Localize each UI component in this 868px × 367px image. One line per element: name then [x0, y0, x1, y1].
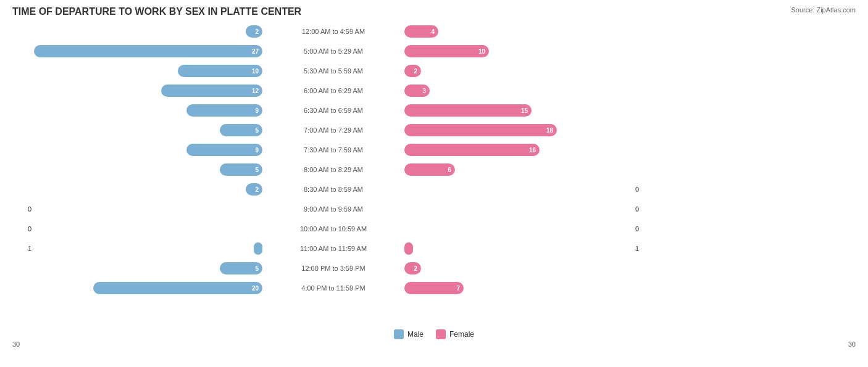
male-bar-area: 2 [34, 25, 262, 38]
male-bar: 10 [178, 65, 262, 77]
time-range-label: 11:00 AM to 11:59 AM [262, 245, 404, 252]
time-range-label: 6:30 AM to 6:59 AM [262, 107, 404, 114]
male-bar-area [34, 223, 262, 235]
time-range-label: 7:30 AM to 7:59 AM [262, 146, 404, 154]
chart-area: 212:00 AM to 4:59 AM4275:00 AM to 5:29 A… [12, 22, 856, 324]
time-range-label: 12:00 AM to 4:59 AM [262, 28, 404, 35]
male-bar [254, 242, 262, 255]
axis-left-min: 30 [12, 340, 20, 348]
time-range-label: 8:30 AM to 8:59 AM [262, 186, 404, 193]
female-bar [404, 242, 413, 255]
male-value-label: 0 [12, 225, 34, 233]
male-bar: 2 [246, 183, 262, 196]
time-range-label: 6:00 AM to 6:29 AM [262, 87, 404, 94]
male-bar: 27 [34, 45, 262, 57]
bar-row: 09:00 AM to 9:59 AM0 [12, 200, 856, 218]
time-range-label: 5:00 AM to 5:29 AM [262, 47, 404, 55]
female-bar-area: 2 [404, 65, 633, 77]
female-bar-area [404, 242, 633, 255]
male-bar-area: 2 [34, 183, 262, 196]
bar-row: 57:00 AM to 7:29 AM18 [12, 121, 856, 139]
female-bar: 6 [404, 163, 455, 176]
male-bar: 9 [186, 144, 262, 156]
female-value-label: 1 [633, 245, 654, 252]
male-bar: 20 [93, 282, 262, 294]
male-bar: 12 [161, 85, 262, 97]
bar-row: 58:00 AM to 8:29 AM6 [12, 160, 856, 179]
male-value-label: 0 [12, 205, 34, 213]
male-bar-area: 9 [34, 104, 262, 117]
female-bar-area: 4 [404, 25, 633, 38]
bar-row: 126:00 AM to 6:29 AM3 [12, 81, 856, 100]
female-bar: 10 [404, 45, 489, 57]
female-legend-box [436, 329, 446, 339]
male-bar-area [34, 203, 262, 215]
bar-row: 204:00 PM to 11:59 PM7 [12, 279, 856, 297]
male-bar-area: 9 [34, 144, 262, 156]
time-range-label: 10:00 AM to 10:59 AM [262, 225, 404, 233]
female-bar: 18 [404, 124, 557, 136]
chart-container: TIME OF DEPARTURE TO WORK BY SEX IN PLAT… [0, 0, 868, 367]
female-bar-area: 7 [404, 282, 633, 294]
male-bar-area: 5 [34, 163, 262, 176]
male-bar: 5 [220, 262, 262, 274]
male-legend-label: Male [407, 330, 424, 339]
legend-female: Female [436, 329, 474, 339]
female-bar: 7 [404, 282, 464, 294]
female-bar-area: 18 [404, 124, 633, 136]
male-legend-box [394, 329, 404, 339]
male-bar-area: 5 [34, 262, 262, 274]
time-range-label: 7:00 AM to 7:29 AM [262, 126, 404, 134]
bar-row: 96:30 AM to 6:59 AM15 [12, 101, 856, 120]
male-bar-area: 27 [34, 45, 262, 57]
female-bar: 16 [404, 144, 540, 156]
male-bar-area: 12 [34, 85, 262, 97]
bar-row: 010:00 AM to 10:59 AM0 [12, 220, 856, 238]
female-value-label: 0 [633, 225, 654, 233]
male-bar-area [34, 242, 262, 255]
bar-row: 212:00 AM to 4:59 AM4 [12, 22, 856, 41]
male-value-label: 1 [12, 245, 34, 252]
time-range-label: 12:00 PM to 3:59 PM [262, 265, 404, 272]
bar-row: 275:00 AM to 5:29 AM10 [12, 42, 856, 60]
female-value-label: 0 [633, 205, 654, 213]
time-range-label: 8:00 AM to 8:29 AM [262, 166, 404, 173]
male-bar: 9 [186, 104, 262, 117]
female-bar: 3 [404, 85, 430, 97]
female-bar-area: 6 [404, 163, 633, 176]
bar-row: 28:30 AM to 8:59 AM0 [12, 180, 856, 199]
time-range-label: 5:30 AM to 5:59 AM [262, 67, 404, 75]
female-bar-area: 16 [404, 144, 633, 156]
source-text: Source: ZipAtlas.com [791, 6, 856, 14]
female-bar-area: 2 [404, 262, 633, 274]
male-bar-area: 10 [34, 65, 262, 77]
female-bar-area [404, 183, 633, 196]
female-bar: 2 [404, 65, 421, 77]
male-bar-area: 5 [34, 124, 262, 136]
chart-title: TIME OF DEPARTURE TO WORK BY SEX IN PLAT… [12, 6, 856, 17]
bar-row: 97:30 AM to 7:59 AM16 [12, 141, 856, 159]
male-bar: 2 [246, 25, 262, 38]
female-bar: 4 [404, 25, 438, 38]
female-bar-area [404, 203, 633, 215]
female-bar: 2 [404, 262, 421, 274]
female-bar-area: 3 [404, 85, 633, 97]
female-value-label: 0 [633, 186, 654, 193]
male-bar: 5 [220, 124, 262, 136]
time-range-label: 9:00 AM to 9:59 AM [262, 205, 404, 213]
female-legend-label: Female [449, 330, 474, 339]
bar-row: 105:30 AM to 5:59 AM2 [12, 62, 856, 80]
bar-row: 111:00 AM to 11:59 AM1 [12, 239, 856, 258]
time-range-label: 4:00 PM to 11:59 PM [262, 284, 404, 292]
axis-right-max: 30 [848, 340, 856, 348]
legend: Male Female [12, 329, 856, 339]
female-bar-area: 15 [404, 104, 633, 117]
female-bar-area [404, 223, 633, 235]
female-bar: 15 [404, 104, 532, 117]
legend-male: Male [394, 329, 424, 339]
bar-row: 512:00 PM to 3:59 PM2 [12, 259, 856, 278]
male-bar: 5 [220, 163, 262, 176]
male-bar-area: 20 [34, 282, 262, 294]
female-bar-area: 10 [404, 45, 633, 57]
